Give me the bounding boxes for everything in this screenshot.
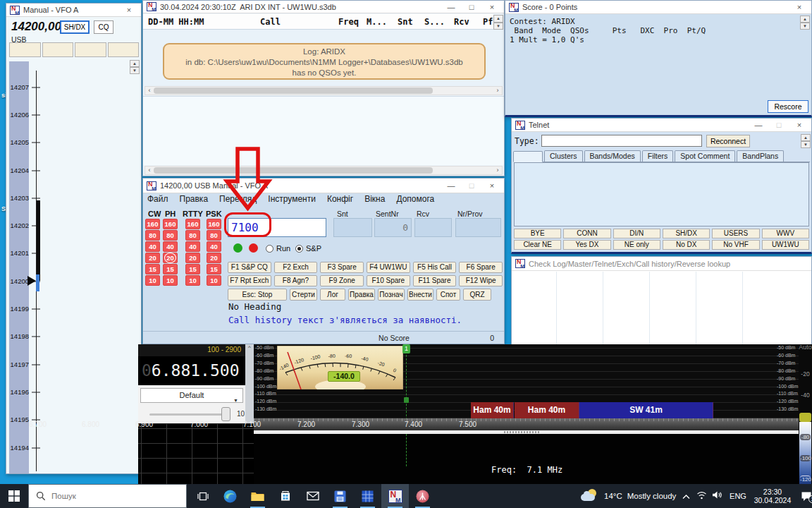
log-column-header[interactable]: S... bbox=[424, 17, 445, 27]
action-button[interactable]: Стерти bbox=[290, 289, 317, 301]
band-button-ph[interactable]: 10 bbox=[163, 275, 178, 286]
log-column-header[interactable]: Snt bbox=[398, 17, 413, 27]
function-key-button[interactable]: F7 Rpt Exch bbox=[228, 275, 271, 286]
function-key-button[interactable]: F2 Exch bbox=[274, 262, 318, 273]
function-key-button[interactable]: F8 Agn? bbox=[274, 275, 318, 286]
band-button-cw[interactable]: 20 bbox=[145, 253, 160, 263]
log-column-header[interactable]: Rcv bbox=[454, 17, 469, 27]
band-button-ph[interactable]: 20 bbox=[163, 253, 178, 263]
minimize-icon[interactable]: — bbox=[750, 121, 767, 129]
function-key-button[interactable]: F4 UW1WU bbox=[367, 262, 410, 273]
telnet-command-button[interactable]: UW1WU bbox=[762, 240, 809, 250]
band-button-cw[interactable]: 80 bbox=[145, 230, 160, 241]
nrprov-field[interactable] bbox=[455, 218, 501, 237]
taskbar-search[interactable] bbox=[28, 484, 187, 508]
telnet-tab[interactable]: Filters bbox=[642, 150, 674, 162]
minimize-icon[interactable]: — bbox=[443, 181, 460, 190]
band-button-cw[interactable]: 10 bbox=[145, 275, 160, 286]
action-center-button[interactable]: 1 bbox=[794, 491, 812, 502]
log-scroll-spinner[interactable]: ▲▼ bbox=[493, 15, 503, 30]
bandmap-scale-area[interactable]: 1420714206142051420414203142021420114200… bbox=[6, 61, 141, 473]
maximize-icon[interactable]: □ bbox=[770, 121, 787, 129]
band-button-rtty[interactable]: 20 bbox=[185, 253, 200, 263]
language-indicator[interactable]: ENG bbox=[725, 492, 751, 500]
close-icon[interactable]: × bbox=[484, 3, 500, 11]
telnet-scroll-spinner[interactable]: ▲▼ bbox=[801, 134, 811, 148]
bandmap-blank-button[interactable] bbox=[108, 42, 140, 57]
band-button-psk[interactable]: 15 bbox=[207, 264, 221, 274]
band-button-psk[interactable]: 10 bbox=[207, 275, 221, 286]
action-button[interactable]: QRZ bbox=[463, 289, 491, 301]
band-button-cw[interactable]: 15 bbox=[145, 264, 160, 274]
taskbar-weather[interactable]: 14°C Mostly cloudy bbox=[581, 484, 676, 508]
band-button-psk[interactable]: 20 bbox=[207, 253, 221, 263]
function-key-button[interactable]: F9 Zone bbox=[320, 275, 364, 286]
function-key-button[interactable]: F6 Spare bbox=[459, 262, 503, 273]
sdr-scrollbar[interactable]: ^ bbox=[245, 344, 254, 423]
telnet-tab[interactable]: Spot Comment bbox=[675, 150, 735, 162]
minimize-icon[interactable]: — bbox=[443, 3, 460, 11]
maximize-icon[interactable]: □ bbox=[463, 181, 480, 190]
run-radio[interactable]: Run bbox=[266, 244, 290, 253]
action-button[interactable]: Правка bbox=[348, 289, 375, 301]
log-horizontal-scrollbar-2[interactable]: ‹› bbox=[144, 166, 503, 175]
band-button-rtty[interactable]: 80 bbox=[185, 230, 200, 241]
spreadsheet-app-button[interactable] bbox=[354, 484, 381, 508]
sdr-app-button[interactable] bbox=[409, 484, 436, 508]
bandmap-blank-button[interactable] bbox=[42, 42, 74, 57]
entry-titlebar[interactable]: 14200,00 USB Manual - VFO A — □ × bbox=[143, 179, 504, 193]
log-horizontal-scrollbar[interactable]: ‹› bbox=[144, 86, 503, 95]
bandmap-blank-button[interactable] bbox=[75, 42, 106, 57]
action-button[interactable]: Внести bbox=[407, 289, 433, 301]
bandmap-blank-button[interactable] bbox=[9, 42, 41, 57]
mail-button[interactable] bbox=[299, 484, 326, 508]
menu-item[interactable]: Перегляд bbox=[219, 194, 257, 204]
telnet-command-button[interactable]: CONN bbox=[563, 229, 610, 238]
band-button-ph[interactable]: 40 bbox=[163, 241, 178, 252]
function-key-button[interactable]: F11 Spare bbox=[413, 275, 457, 286]
telnet-command-input[interactable] bbox=[541, 135, 702, 147]
wifi-tray-button[interactable] bbox=[694, 490, 709, 502]
tab-main-blank[interactable] bbox=[513, 151, 543, 162]
band-button-rtty[interactable]: 15 bbox=[185, 264, 200, 274]
band-button-rtty[interactable]: 40 bbox=[185, 241, 200, 252]
callsign-input[interactable] bbox=[228, 218, 326, 237]
telnet-tab[interactable]: BandPlans bbox=[737, 150, 784, 162]
telnet-command-button[interactable]: No DX bbox=[663, 240, 710, 250]
edge-browser-button[interactable] bbox=[216, 484, 244, 508]
shdx-button[interactable]: SH/DX bbox=[60, 20, 90, 34]
function-key-button[interactable]: F1 S&P CQ bbox=[228, 262, 271, 273]
band-button-ph[interactable]: 160 bbox=[163, 219, 178, 229]
menu-item[interactable]: Інструменти bbox=[268, 194, 316, 204]
waterfall-color-gradient[interactable]: -80 -100 -120 bbox=[799, 422, 811, 484]
sp-radio[interactable]: S&P bbox=[295, 244, 321, 253]
telnet-titlebar[interactable]: Telnet — □ × bbox=[512, 119, 811, 132]
action-button[interactable]: Спот bbox=[436, 289, 460, 301]
gradient-threshold-chip[interactable] bbox=[799, 413, 811, 422]
log-column-header[interactable]: M... bbox=[367, 17, 387, 27]
log-column-header[interactable]: Call bbox=[260, 17, 281, 27]
band-button-psk[interactable]: 80 bbox=[207, 230, 221, 241]
menu-item[interactable]: Файл bbox=[147, 194, 168, 204]
log-column-header[interactable]: Freq bbox=[338, 17, 359, 27]
menu-item[interactable]: Вікна bbox=[364, 194, 385, 204]
frequency-scale[interactable]: 6.7006.8006.9007.0007.1007.2007.3007.400… bbox=[254, 418, 799, 430]
telnet-command-button[interactable]: SH/DX bbox=[663, 229, 710, 238]
search-input[interactable] bbox=[51, 492, 164, 500]
maximize-icon[interactable]: □ bbox=[463, 3, 480, 11]
file-explorer-button[interactable] bbox=[244, 484, 271, 508]
sdr-frequency-display[interactable]: 06.881.500 bbox=[138, 356, 245, 385]
function-key-button[interactable]: F10 Spare bbox=[367, 275, 410, 286]
close-icon[interactable]: × bbox=[791, 121, 808, 129]
start-button[interactable] bbox=[0, 484, 28, 508]
tray-expand-button[interactable] bbox=[678, 490, 694, 502]
bandmap-titlebar[interactable]: Manual - VFO A × bbox=[6, 4, 141, 17]
reconnect-button[interactable]: Reconnect bbox=[706, 135, 750, 147]
band-button-psk[interactable]: 40 bbox=[207, 241, 221, 252]
log-column-header[interactable]: DD-MM HH:MM bbox=[148, 17, 204, 27]
check-titlebar[interactable]: Check Log/Master/Telnet/Exch/Call histor… bbox=[512, 257, 811, 271]
telnet-command-button[interactable]: BYE bbox=[514, 229, 561, 238]
telnet-command-button[interactable]: Clear NE bbox=[514, 240, 561, 250]
sentnr-field[interactable]: 0 bbox=[374, 218, 412, 237]
band-button-cw[interactable]: 160 bbox=[145, 219, 160, 229]
